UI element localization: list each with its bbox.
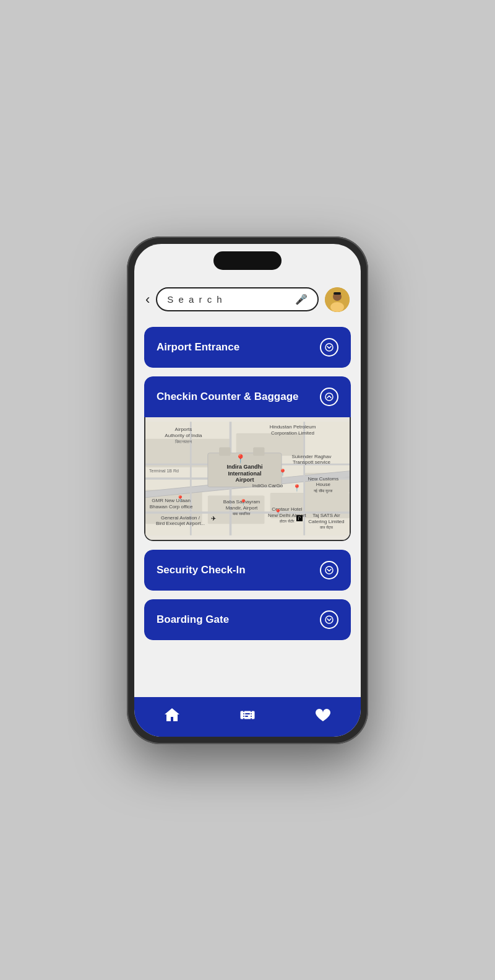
accordion-security: Security Check-In (144, 550, 351, 591)
accordion-checkin: Checkin Counter & Baggage (144, 376, 351, 541)
map-label-centaur: Centaur HotelNew Delhi Airportहोटल सेंटौ… (264, 506, 310, 524)
map-label-gmr: GMR New UdaanBhawan Corp office (150, 498, 193, 510)
nav-tickets[interactable] (238, 706, 257, 724)
scroll-area: Airport Entrance Checkin Counter & Bagga… (134, 321, 361, 697)
phone-frame: ‹ S e a r c h 🎤 (127, 236, 368, 744)
back-button[interactable]: ‹ (145, 292, 150, 308)
avatar-image (325, 287, 350, 312)
accordion-title-airport-entrance: Airport Entrance (157, 341, 239, 353)
search-bar[interactable]: S e a r c h 🎤 (156, 287, 319, 311)
map-pin-indigo: 📍 (278, 469, 287, 477)
svg-point-2 (330, 302, 344, 312)
accordion-title-boarding: Boarding Gate (157, 614, 229, 626)
tickets-icon (238, 706, 257, 724)
svg-rect-26 (240, 711, 255, 719)
bottom-nav (134, 697, 361, 737)
map-pin-general: ✈ (211, 515, 216, 522)
svg-rect-22 (219, 447, 230, 456)
accordion-header-security[interactable]: Security Check-In (144, 550, 351, 591)
map-pin-igi: 📍 (235, 454, 246, 464)
map-pin-p: 🅿 (296, 515, 303, 522)
svg-rect-31 (245, 716, 248, 717)
accordion-title-security: Security Check-In (157, 564, 246, 576)
avatar[interactable] (325, 287, 350, 312)
heart-icon (314, 706, 332, 724)
map-container: AirportsAuthority of Indiaविमानपत्तन Hin… (145, 417, 350, 540)
bottom-spacer (144, 649, 351, 661)
accordion-header-airport-entrance[interactable]: Airport Entrance (144, 327, 351, 368)
chevron-down-icon-airport (320, 338, 338, 357)
map-panel: AirportsAuthority of Indiaविमानपत्तन Hin… (144, 417, 351, 541)
chevron-down-icon-boarding (320, 610, 338, 629)
nav-favorites[interactable] (314, 706, 332, 724)
map-label-indigo: IndiGo CarGo (248, 483, 288, 489)
header: ‹ S e a r c h 🎤 (134, 281, 361, 321)
search-text: S e a r c h (167, 294, 290, 305)
svg-point-25 (325, 616, 333, 623)
map-label-airports-authority: AirportsAuthority of Indiaविमानपत्तन (161, 427, 205, 444)
map-label-hindustan: Hindustan PetroleumCorporation Limited (268, 424, 317, 436)
nav-home[interactable] (163, 706, 181, 724)
map-label-terminal: Terminal 1B Rd (145, 469, 183, 474)
map-label-sukender: Sukender RaghavTranspott service (288, 454, 335, 466)
map-label-customs: New Customs Houseनई सीमा शुल्क (304, 476, 342, 494)
phone-screen: ‹ S e a r c h 🎤 (134, 244, 361, 737)
screen-content: ‹ S e a r c h 🎤 (134, 244, 361, 737)
accordion-header-boarding[interactable]: Boarding Gate (144, 599, 351, 640)
dynamic-island (213, 251, 282, 270)
map-label-igi: Indira GandhiInternationalAirport (217, 464, 273, 483)
map-pin-centaur: 📍 (274, 509, 282, 516)
map-pin-gmr: 📍 (176, 495, 184, 502)
chevron-up-icon-checkin (320, 388, 338, 406)
map-label-taj: Taj SATS AirCatering Limitedताज सैट्स (304, 513, 348, 531)
chevron-down-icon-security (320, 561, 338, 579)
map-pin-baba: 📍 (239, 499, 247, 506)
home-icon (163, 706, 181, 724)
map-pin-customs: 📍 (293, 484, 301, 492)
svg-point-24 (325, 566, 333, 574)
accordion-boarding: Boarding Gate (144, 599, 351, 640)
mic-icon[interactable]: 🎤 (295, 293, 308, 305)
map-label-general-aviation: General Aviation /Bird Execujet Airport.… (156, 515, 205, 527)
svg-rect-23 (253, 447, 264, 456)
svg-point-4 (325, 344, 333, 351)
svg-point-5 (325, 393, 333, 401)
accordion-header-checkin[interactable]: Checkin Counter & Baggage (144, 376, 351, 417)
svg-rect-3 (334, 292, 341, 295)
svg-rect-8 (236, 433, 304, 456)
accordion-airport-entrance: Airport Entrance (144, 327, 351, 368)
accordion-title-checkin: Checkin Counter & Baggage (157, 391, 299, 403)
svg-rect-30 (245, 713, 250, 714)
